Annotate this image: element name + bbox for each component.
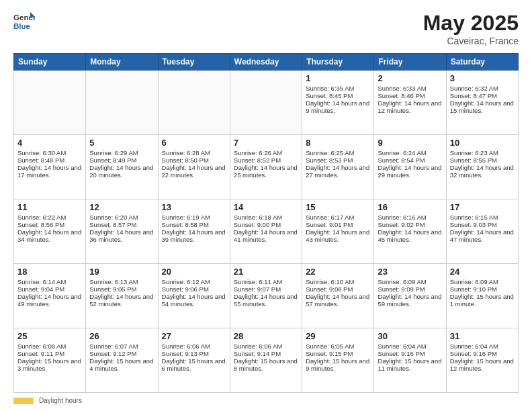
daylight-text: Daylight: 14 hours and 57 minutes. bbox=[306, 293, 370, 308]
sunset-text: Sunset: 9:11 PM bbox=[17, 350, 82, 357]
cell-4-3: 20Sunrise: 6:12 AMSunset: 9:06 PMDayligh… bbox=[158, 264, 230, 328]
daylight-text: Daylight: 14 hours and 39 minutes. bbox=[162, 228, 226, 243]
sunrise-text: Sunrise: 6:08 AM bbox=[17, 342, 82, 350]
sunset-text: Sunset: 9:10 PM bbox=[450, 285, 515, 293]
location: Caveirac, France bbox=[423, 36, 519, 46]
col-header-monday: Monday bbox=[86, 54, 158, 71]
day-number: 9 bbox=[378, 138, 442, 148]
sunset-text: Sunset: 8:47 PM bbox=[450, 92, 515, 99]
cell-3-4: 14Sunrise: 6:18 AMSunset: 9:00 PMDayligh… bbox=[230, 199, 302, 264]
day-number: 29 bbox=[306, 331, 370, 341]
sunrise-text: Sunrise: 6:13 AM bbox=[89, 278, 154, 285]
sunrise-text: Sunrise: 6:15 AM bbox=[450, 214, 515, 221]
daylight-text: Daylight: 14 hours and 55 minutes. bbox=[234, 293, 298, 308]
col-header-sunday: Sunday bbox=[14, 54, 86, 71]
day-number: 23 bbox=[378, 267, 442, 277]
cell-4-5: 22Sunrise: 6:10 AMSunset: 9:08 PMDayligh… bbox=[302, 264, 374, 328]
sunset-text: Sunset: 9:15 PM bbox=[306, 350, 370, 357]
col-header-friday: Friday bbox=[374, 54, 446, 71]
day-number: 28 bbox=[234, 331, 298, 341]
daylight-text: Daylight: 15 hours and 11 minutes. bbox=[378, 357, 442, 372]
sunset-text: Sunset: 8:55 PM bbox=[450, 156, 515, 164]
daylight-text: Daylight: 15 hours and 9 minutes. bbox=[306, 357, 370, 372]
day-number: 16 bbox=[378, 202, 442, 212]
cell-5-7: 31Sunrise: 6:04 AMSunset: 9:16 PMDayligh… bbox=[446, 328, 518, 393]
sunrise-text: Sunrise: 6:05 AM bbox=[306, 342, 370, 350]
daylight-text: Daylight: 14 hours and 27 minutes. bbox=[306, 164, 370, 179]
week-row-5: 25Sunrise: 6:08 AMSunset: 9:11 PMDayligh… bbox=[14, 328, 519, 393]
day-number: 19 bbox=[89, 267, 154, 277]
sunrise-text: Sunrise: 6:10 AM bbox=[306, 278, 370, 285]
daylight-text: Daylight: 14 hours and 12 minutes. bbox=[378, 99, 442, 114]
day-number: 5 bbox=[89, 138, 154, 148]
calendar-page: General Blue May 2025 Caveirac, France S… bbox=[0, 0, 532, 411]
sunset-text: Sunset: 9:08 PM bbox=[306, 285, 370, 293]
calendar-table: SundayMondayTuesdayWednesdayThursdayFrid… bbox=[13, 53, 519, 393]
daylight-text: Daylight: 14 hours and 17 minutes. bbox=[17, 164, 82, 179]
cell-2-5: 8Sunrise: 6:25 AMSunset: 8:53 PMDaylight… bbox=[302, 135, 374, 199]
sunrise-text: Sunrise: 6:19 AM bbox=[162, 214, 226, 221]
sunrise-text: Sunrise: 6:35 AM bbox=[306, 85, 370, 92]
col-header-wednesday: Wednesday bbox=[230, 54, 302, 71]
cell-4-6: 23Sunrise: 6:09 AMSunset: 9:09 PMDayligh… bbox=[374, 264, 446, 328]
cell-1-5: 1Sunrise: 6:35 AMSunset: 8:45 PMDaylight… bbox=[302, 71, 374, 135]
cell-4-4: 21Sunrise: 6:11 AMSunset: 9:07 PMDayligh… bbox=[230, 264, 302, 328]
daylight-text: Daylight: 14 hours and 32 minutes. bbox=[450, 164, 515, 179]
daylight-text: Daylight: 14 hours and 41 minutes. bbox=[234, 228, 298, 243]
sunrise-text: Sunrise: 6:17 AM bbox=[306, 214, 370, 221]
daylight-text: Daylight: 14 hours and 20 minutes. bbox=[89, 164, 154, 179]
cell-5-2: 26Sunrise: 6:07 AMSunset: 9:12 PMDayligh… bbox=[86, 328, 158, 393]
day-number: 12 bbox=[89, 202, 154, 212]
sunrise-text: Sunrise: 6:23 AM bbox=[450, 149, 515, 156]
sunset-text: Sunset: 9:09 PM bbox=[378, 285, 442, 293]
cell-4-2: 19Sunrise: 6:13 AMSunset: 9:05 PMDayligh… bbox=[86, 264, 158, 328]
daylight-text: Daylight: 15 hours and 3 minutes. bbox=[17, 357, 82, 372]
day-number: 8 bbox=[306, 138, 370, 148]
cell-5-4: 28Sunrise: 6:06 AMSunset: 9:14 PMDayligh… bbox=[230, 328, 302, 393]
cell-2-2: 5Sunrise: 6:29 AMSunset: 8:49 PMDaylight… bbox=[86, 135, 158, 199]
sunrise-text: Sunrise: 6:29 AM bbox=[89, 149, 154, 156]
sunset-text: Sunset: 9:14 PM bbox=[234, 350, 298, 357]
day-number: 7 bbox=[234, 138, 298, 148]
cell-1-6: 2Sunrise: 6:33 AMSunset: 8:46 PMDaylight… bbox=[374, 71, 446, 135]
svg-text:Blue: Blue bbox=[13, 22, 31, 30]
cell-2-4: 7Sunrise: 6:26 AMSunset: 8:52 PMDaylight… bbox=[230, 135, 302, 199]
day-number: 21 bbox=[234, 267, 298, 277]
col-header-thursday: Thursday bbox=[302, 54, 374, 71]
daylight-bar-icon bbox=[13, 398, 34, 404]
cell-1-1 bbox=[14, 71, 86, 135]
sunset-text: Sunset: 8:46 PM bbox=[378, 92, 442, 99]
sunset-text: Sunset: 8:50 PM bbox=[162, 156, 226, 164]
week-row-2: 4Sunrise: 6:30 AMSunset: 8:48 PMDaylight… bbox=[14, 135, 519, 199]
sunset-text: Sunset: 8:57 PM bbox=[89, 221, 154, 228]
day-number: 20 bbox=[162, 267, 226, 277]
sunrise-text: Sunrise: 6:33 AM bbox=[378, 85, 442, 92]
sunrise-text: Sunrise: 6:16 AM bbox=[378, 214, 442, 221]
sunset-text: Sunset: 8:48 PM bbox=[17, 156, 82, 164]
sunset-text: Sunset: 8:53 PM bbox=[306, 156, 370, 164]
sunset-text: Sunset: 9:04 PM bbox=[17, 285, 82, 293]
sunrise-text: Sunrise: 6:18 AM bbox=[234, 214, 298, 221]
day-number: 6 bbox=[162, 138, 226, 148]
cell-4-7: 24Sunrise: 6:09 AMSunset: 9:10 PMDayligh… bbox=[446, 264, 518, 328]
daylight-text: Daylight: 14 hours and 15 minutes. bbox=[450, 99, 515, 114]
cell-3-2: 12Sunrise: 6:20 AMSunset: 8:57 PMDayligh… bbox=[86, 199, 158, 264]
cell-3-3: 13Sunrise: 6:19 AMSunset: 8:58 PMDayligh… bbox=[158, 199, 230, 264]
daylight-text: Daylight: 14 hours and 52 minutes. bbox=[89, 293, 154, 308]
logo: General Blue bbox=[13, 11, 35, 32]
cell-1-3 bbox=[158, 71, 230, 135]
sunset-text: Sunset: 9:00 PM bbox=[234, 221, 298, 228]
cell-2-7: 10Sunrise: 6:23 AMSunset: 8:55 PMDayligh… bbox=[446, 135, 518, 199]
daylight-text: Daylight: 15 hours and 1 minute. bbox=[450, 293, 515, 308]
col-header-saturday: Saturday bbox=[446, 54, 518, 71]
sunset-text: Sunset: 9:06 PM bbox=[162, 285, 226, 293]
sunset-text: Sunset: 9:01 PM bbox=[306, 221, 370, 228]
day-number: 11 bbox=[17, 202, 82, 212]
daylight-text: Daylight: 15 hours and 6 minutes. bbox=[162, 357, 226, 372]
week-row-3: 11Sunrise: 6:22 AMSunset: 8:56 PMDayligh… bbox=[14, 199, 519, 264]
sunset-text: Sunset: 8:58 PM bbox=[162, 221, 226, 228]
sunrise-text: Sunrise: 6:25 AM bbox=[306, 149, 370, 156]
sunset-text: Sunset: 9:12 PM bbox=[89, 350, 154, 357]
sunrise-text: Sunrise: 6:09 AM bbox=[378, 278, 442, 285]
daylight-text: Daylight: 14 hours and 47 minutes. bbox=[450, 228, 515, 243]
